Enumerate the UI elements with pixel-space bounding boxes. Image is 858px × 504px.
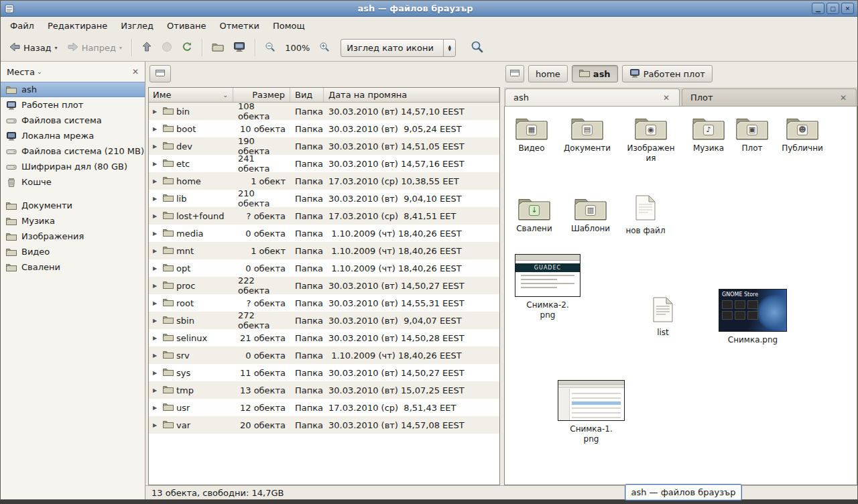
expander-icon[interactable]: ▶ bbox=[153, 109, 160, 115]
sidebar-item-p-0[interactable]: ash bbox=[1, 82, 145, 97]
expander-icon[interactable]: ▶ bbox=[153, 196, 160, 202]
list-row-lost+found[interactable]: ▶lost+found? обектаПапка17.03.2010 (ср) … bbox=[149, 207, 499, 225]
icon-item-2[interactable]: ◉Изображен ия bbox=[624, 115, 678, 164]
titlebar[interactable]: ash — файлов браузър ▁ ▢ ✕ bbox=[1, 1, 857, 17]
icon-item-3[interactable]: ♪Музика bbox=[684, 115, 733, 153]
sidebar-item-p-5[interactable]: Шифриран дял (80 GB) bbox=[1, 159, 145, 174]
up-button[interactable] bbox=[137, 38, 156, 58]
sidebar-item-p-6[interactable]: Кошче bbox=[1, 174, 145, 190]
right-pane-location-toggle-button[interactable] bbox=[505, 65, 524, 82]
expander-icon[interactable]: ▶ bbox=[153, 161, 160, 167]
sidebar-item-p-4[interactable]: Файлова система (210 MB) bbox=[1, 143, 145, 159]
breadcrumb-0[interactable]: home bbox=[528, 65, 568, 82]
list-row-sys[interactable]: ▶sys11 обектаПапка30.03.2010 (вт) 14,50,… bbox=[149, 364, 499, 381]
list-row-selinux[interactable]: ▶selinux21 обектаПапка30.03.2010 (вт) 14… bbox=[149, 329, 499, 346]
menu-item-0[interactable]: Файл bbox=[3, 19, 41, 33]
list-row-opt[interactable]: ▶opt0 обектаПапка 1.10.2009 (чт) 18,40,2… bbox=[149, 259, 499, 277]
tab-close-icon[interactable]: ✕ bbox=[662, 93, 671, 103]
expander-icon[interactable]: ▶ bbox=[153, 318, 160, 324]
close-button[interactable]: ✕ bbox=[841, 3, 854, 14]
reload-button[interactable] bbox=[178, 38, 196, 58]
sidebar-item-b-1[interactable]: Музика bbox=[1, 213, 145, 229]
tab-close-icon[interactable]: ✕ bbox=[839, 93, 848, 103]
tab-1[interactable]: Плот✕ bbox=[682, 88, 857, 106]
taskbar-window-button[interactable]: ash — файлов браузър bbox=[625, 484, 742, 501]
menu-item-1[interactable]: Редактиране bbox=[41, 19, 114, 33]
list-row-lib[interactable]: ▶lib210 обектаПапка30.03.2010 (вт) 9,04,… bbox=[149, 190, 499, 207]
view-mode-select[interactable]: Изглед като икони ▲▼ bbox=[341, 39, 456, 57]
icon-item-4[interactable]: ▣Плот bbox=[730, 115, 774, 153]
computer-button[interactable] bbox=[229, 38, 249, 58]
stop-button[interactable] bbox=[158, 38, 176, 58]
expander-icon[interactable]: ▶ bbox=[153, 283, 160, 289]
sidebar-item-b-3[interactable]: Видео bbox=[1, 244, 145, 259]
list-row-bin[interactable]: ▶bin108 обектаПапка30.03.2010 (вт) 14,57… bbox=[149, 103, 499, 120]
maximize-button[interactable]: ▢ bbox=[826, 3, 839, 14]
search-button[interactable] bbox=[467, 37, 488, 59]
expander-icon[interactable]: ▶ bbox=[153, 353, 160, 359]
list-row-var[interactable]: ▶var20 обектаПапка30.03.2010 (вт) 14,57,… bbox=[149, 416, 499, 434]
icon-item-7[interactable]: ▥Шаблони bbox=[566, 195, 615, 234]
column-header-0[interactable]: Име⌄ bbox=[149, 88, 233, 102]
expander-icon[interactable]: ▶ bbox=[153, 335, 160, 341]
expander-icon[interactable]: ▶ bbox=[153, 231, 160, 237]
tab-0[interactable]: ash✕ bbox=[505, 88, 680, 106]
sidebar-item-p-1[interactable]: Работен плот bbox=[1, 97, 145, 113]
icon-item-0[interactable]: ▦Видео bbox=[507, 115, 556, 153]
left-pane-location-toggle-button[interactable] bbox=[149, 65, 171, 82]
zoom-in-button[interactable] bbox=[315, 38, 334, 58]
zoom-out-button[interactable] bbox=[261, 38, 280, 58]
expander-icon[interactable]: ▶ bbox=[153, 248, 160, 254]
list-row-etc[interactable]: ▶etc241 обектаПапка30.03.2010 (вт) 14,57… bbox=[149, 155, 499, 172]
list-row-srv[interactable]: ▶srv0 обектаПапка 1.10.2009 (чт) 18,40,2… bbox=[149, 346, 499, 364]
sidebar-item-b-0[interactable]: Документи bbox=[1, 198, 145, 213]
expander-icon[interactable]: ▶ bbox=[153, 387, 160, 393]
expander-icon[interactable]: ▶ bbox=[153, 422, 160, 428]
forward-button[interactable]: Напред ▾ bbox=[63, 38, 127, 58]
list-row-tmp[interactable]: ▶tmp13 обектаПапка30.03.2010 (вт) 15,07,… bbox=[149, 381, 499, 399]
icon-item-1[interactable]: ▤Документи bbox=[561, 115, 613, 153]
list-row-root[interactable]: ▶root? обектаПапка30.03.2010 (вт) 14,55,… bbox=[149, 294, 499, 312]
list-row-usr[interactable]: ▶usr12 обектаПапка17.03.2010 (ср) 8,51,4… bbox=[149, 399, 499, 416]
list-row-boot[interactable]: ▶boot10 обектаПапка30.03.2010 (вт) 9,05,… bbox=[149, 120, 499, 137]
icon-item-8[interactable]: нов файл bbox=[623, 195, 668, 236]
expander-icon[interactable]: ▶ bbox=[153, 370, 160, 376]
back-button[interactable]: Назад ▾ bbox=[5, 38, 62, 58]
list-row-sbin[interactable]: ▶sbin272 обектаПапка30.03.2010 (вт) 9,04… bbox=[149, 312, 499, 329]
menu-item-2[interactable]: Изглед bbox=[114, 19, 160, 33]
sidebar-item-p-2[interactable]: Файлова система bbox=[1, 113, 145, 128]
icon-item-9[interactable]: GUADECСнимка-2. png bbox=[513, 254, 583, 320]
icon-item-12[interactable]: Снимка-1. png bbox=[556, 380, 627, 444]
column-header-2[interactable]: Вид bbox=[290, 88, 324, 102]
expander-icon[interactable]: ▶ bbox=[153, 265, 160, 271]
list-row-home[interactable]: ▶home1 обектПапка17.03.2010 (ср) 10,38,5… bbox=[149, 172, 499, 190]
menu-item-3[interactable]: Отиване bbox=[160, 19, 212, 33]
sidebar-mode-chevron-icon[interactable]: ⌄ bbox=[37, 68, 42, 75]
expander-icon[interactable]: ▶ bbox=[153, 213, 160, 219]
minimize-button[interactable]: ▁ bbox=[812, 3, 824, 14]
list-row-mnt[interactable]: ▶mnt1 обектПапка 1.10.2009 (чт) 18,40,26… bbox=[149, 242, 499, 259]
sidebar-close-icon[interactable]: ✕ bbox=[132, 67, 139, 76]
expander-icon[interactable]: ▶ bbox=[153, 300, 160, 306]
icon-item-10[interactable]: list bbox=[643, 297, 683, 338]
list-row-media[interactable]: ▶media0 обектаПапка 1.10.2009 (чт) 18,40… bbox=[149, 225, 499, 242]
list-row-proc[interactable]: ▶proc222 обектаПапка30.03.2010 (вт) 14,5… bbox=[149, 277, 499, 294]
expander-icon[interactable]: ▶ bbox=[153, 143, 160, 149]
list-row-dev[interactable]: ▶dev190 обектаПапка30.03.2010 (вт) 14,51… bbox=[149, 137, 499, 155]
column-header-3[interactable]: Дата на промяна bbox=[324, 88, 499, 102]
breadcrumb-1[interactable]: ash bbox=[572, 65, 618, 82]
icon-item-6[interactable]: ↓Свалени bbox=[510, 195, 558, 234]
breadcrumb-2[interactable]: Работен плот bbox=[622, 65, 713, 82]
home-button[interactable] bbox=[208, 38, 228, 57]
column-header-1[interactable]: Размер bbox=[233, 88, 290, 102]
icon-item-11[interactable]: GNOME StoreСнимка.png bbox=[717, 289, 789, 345]
icon-item-5[interactable]: ☻Публични bbox=[777, 115, 828, 153]
menu-item-4[interactable]: Отметки bbox=[212, 19, 265, 33]
expander-icon[interactable]: ▶ bbox=[153, 405, 160, 411]
sidebar-item-b-4[interactable]: Свалени bbox=[1, 259, 145, 275]
menu-item-5[interactable]: Помощ bbox=[266, 19, 312, 33]
sidebar-item-p-3[interactable]: Локална мрежа bbox=[1, 128, 145, 143]
sidebar-item-b-2[interactable]: Изображения bbox=[1, 229, 145, 244]
expander-icon[interactable]: ▶ bbox=[153, 126, 160, 132]
expander-icon[interactable]: ▶ bbox=[153, 178, 160, 184]
